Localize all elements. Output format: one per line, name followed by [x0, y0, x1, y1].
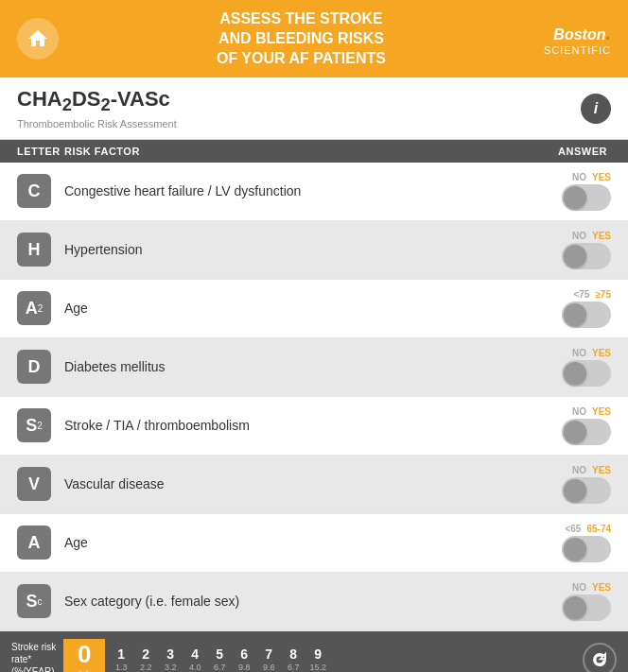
- factor-label: Sex category (i.e. female sex): [64, 594, 562, 609]
- score-num-top: 2: [142, 646, 149, 663]
- toggle-knob: [564, 303, 586, 326]
- col-answer-header: ANSWER: [558, 146, 611, 157]
- header-title: ASSESS THE STROKE AND BLEEDING RISKS OF …: [59, 9, 544, 68]
- toggle-knob: [564, 596, 586, 619]
- score-label: Stroke risk rate* (%/YEAR): [11, 641, 56, 672]
- score-num-bot: 6.7: [288, 663, 300, 672]
- score-num-top: 6: [240, 646, 248, 663]
- toggle-label-right: YES: [592, 172, 611, 182]
- answer-cell: NOYES: [562, 465, 611, 504]
- letter-cell: C: [17, 174, 64, 208]
- toggle-knob: [564, 245, 586, 267]
- factor-label: Diabetes mellitus: [64, 359, 562, 374]
- answer-cell: NOYES: [562, 231, 611, 269]
- score-number-col: 915.2: [305, 646, 330, 672]
- factor-label: Age: [64, 301, 562, 316]
- toggle-label-left: <75: [573, 289, 589, 300]
- letter-circle: H: [17, 233, 51, 267]
- logo-boston: Boston.: [553, 23, 611, 44]
- letter-circle: A2: [17, 291, 51, 325]
- letter-cell: A: [17, 526, 64, 560]
- reset-button[interactable]: [583, 643, 617, 672]
- column-headers: LETTER RISK FACTOR ANSWER: [0, 140, 628, 163]
- toggle-label-right: YES: [592, 406, 611, 417]
- current-score: 0 0.0: [63, 639, 105, 672]
- score-numbers: 11.322.233.244.056.769.879.686.7915.2: [109, 646, 579, 672]
- table-row: CCongestive heart failure / LV dysfuncti…: [0, 163, 628, 221]
- table-row: AAge<6565-74: [0, 514, 628, 573]
- answer-cell: NOYES: [562, 172, 611, 211]
- score-num-top: 1: [117, 646, 125, 663]
- toggle-label-right: 65-74: [586, 524, 611, 534]
- score-num-bot: 15.2: [309, 663, 326, 672]
- score-number-col: 11.3: [109, 646, 133, 672]
- answer-cell: <75≥75: [562, 289, 611, 328]
- toggle-label-left: <65: [565, 524, 581, 534]
- answer-cell: NOYES: [562, 348, 611, 387]
- toggle-switch[interactable]: [562, 184, 611, 211]
- factor-label: Vascular disease: [64, 476, 562, 491]
- answer-cell: NOYES: [562, 406, 611, 445]
- answer-cell: <6565-74: [562, 524, 611, 562]
- logo-scientific: Scientific: [544, 44, 611, 56]
- score-num-bot: 6.7: [214, 663, 226, 672]
- toggle-label-right: YES: [592, 465, 611, 475]
- reset-icon: [591, 651, 608, 668]
- score-num-bot: 3.2: [165, 663, 177, 672]
- toggle-label-left: NO: [572, 406, 586, 417]
- factor-label: Congestive heart failure / LV dysfunctio…: [64, 183, 562, 198]
- toggle-switch[interactable]: [562, 243, 611, 269]
- score-number-col: 22.2: [133, 646, 158, 672]
- score-num-bot: 9.8: [238, 663, 251, 672]
- toggle-switch[interactable]: [562, 360, 611, 387]
- home-button[interactable]: [17, 18, 59, 60]
- toggle-label-left: NO: [572, 348, 586, 358]
- toggle-knob: [564, 421, 586, 443]
- letter-cell: H: [17, 233, 64, 267]
- toggle-label-right: ≥75: [595, 289, 611, 300]
- table-row: HHypertensionNOYES: [0, 221, 628, 280]
- factor-label: Age: [64, 535, 562, 550]
- score-num-bot: 4.0: [189, 663, 201, 672]
- letter-circle: V: [17, 467, 51, 501]
- letter-circle: S2: [17, 408, 51, 442]
- page-title: CHA2DS2-VASc: [17, 87, 177, 115]
- toggle-switch[interactable]: [562, 477, 611, 504]
- score-num-top: 8: [289, 646, 297, 663]
- info-button[interactable]: i: [581, 94, 611, 124]
- col-risk-header: RISK FACTOR: [64, 146, 558, 157]
- score-num-top: 9: [314, 646, 322, 663]
- toggle-switch[interactable]: [562, 419, 611, 445]
- toggle-label-left: NO: [572, 231, 586, 241]
- score-num-bot: 1.3: [115, 663, 128, 672]
- toggle-label-left: NO: [572, 582, 586, 593]
- brand-logo: Boston. Scientific: [544, 23, 611, 56]
- app-header: ASSESS THE STROKE AND BLEEDING RISKS OF …: [0, 0, 628, 78]
- letter-circle: A: [17, 526, 51, 560]
- letter-cell: V: [17, 467, 64, 501]
- score-num-bot: 2.2: [140, 663, 152, 672]
- toggle-knob: [564, 362, 586, 385]
- title-bar: CHA2DS2-VASc Thromboembolic Risk Assessm…: [0, 78, 628, 139]
- score-number-col: 79.6: [256, 646, 281, 672]
- answer-cell: NOYES: [562, 582, 611, 621]
- score-num-top: 4: [191, 646, 199, 663]
- score-number-col: 56.7: [207, 646, 232, 672]
- toggle-knob: [564, 538, 586, 560]
- toggle-knob: [564, 186, 586, 209]
- table-row: VVascular diseaseNOYES: [0, 456, 628, 514]
- toggle-switch[interactable]: [562, 594, 611, 621]
- letter-circle: D: [17, 350, 51, 384]
- toggle-switch[interactable]: [562, 536, 611, 562]
- home-icon: [26, 27, 49, 50]
- page-subtitle: Thromboembolic Risk Assessment: [17, 118, 177, 129]
- toggle-switch[interactable]: [562, 302, 611, 328]
- col-letter-header: LETTER: [17, 146, 64, 157]
- letter-cell: Sc: [17, 584, 64, 618]
- toggle-label-left: NO: [572, 172, 586, 182]
- letter-cell: A2: [17, 291, 64, 325]
- toggle-label-left: NO: [572, 465, 586, 475]
- table-row: ScSex category (i.e. female sex)NOYES: [0, 573, 628, 631]
- letter-circle: C: [17, 174, 51, 208]
- table-row: S2Stroke / TIA / thromboembolismNOYES: [0, 397, 628, 456]
